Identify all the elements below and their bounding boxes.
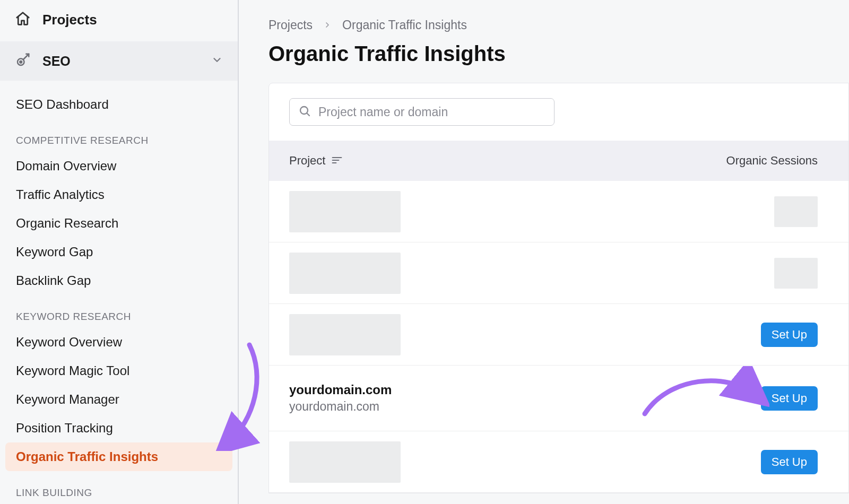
placeholder-block [289, 191, 401, 232]
placeholder-block [289, 314, 401, 355]
sidebar-section-seo[interactable]: SEO [0, 41, 238, 81]
search-icon [298, 105, 311, 119]
sidebar-group-keyword: KEYWORD RESEARCH [0, 295, 238, 328]
svg-point-1 [20, 61, 22, 63]
placeholder-block [774, 196, 818, 227]
sidebar-item-backlink-gap[interactable]: Backlink Gap [0, 266, 238, 295]
column-header-project[interactable]: Project [289, 154, 690, 168]
sidebar-item-organic-research[interactable]: Organic Research [0, 209, 238, 238]
placeholder-block [289, 441, 401, 483]
sidebar-group-competitive: COMPETITIVE RESEARCH [0, 119, 238, 152]
sidebar-item-keyword-manager[interactable]: Keyword Manager [0, 385, 238, 414]
table-row-yourdomain: yourdomain.com yourdomain.com Set Up [269, 366, 848, 431]
project-domain: yourdomain.com [289, 399, 690, 414]
svg-line-3 [307, 113, 309, 116]
home-icon [15, 11, 31, 29]
table-row [269, 242, 848, 304]
sidebar-item-traffic-analytics[interactable]: Traffic Analytics [0, 180, 238, 209]
sidebar-item-domain-overview[interactable]: Domain Overview [0, 152, 238, 180]
setup-button[interactable]: Set Up [761, 450, 818, 474]
sidebar-seo-label: SEO [42, 54, 200, 69]
table-row: Set Up [269, 431, 848, 493]
column-header-sessions[interactable]: Organic Sessions [690, 154, 828, 168]
sidebar-item-position-tracking[interactable]: Position Tracking [0, 414, 238, 442]
sidebar-item-organic-traffic-insights[interactable]: Organic Traffic Insights [5, 442, 232, 471]
project-name[interactable]: yourdomain.com [289, 383, 690, 397]
breadcrumb-root[interactable]: Projects [268, 18, 313, 32]
setup-button[interactable]: Set Up [761, 323, 818, 347]
search-input-wrap[interactable] [289, 98, 555, 126]
sidebar-item-keyword-overview[interactable]: Keyword Overview [0, 328, 238, 357]
breadcrumb: Projects Organic Traffic Insights [268, 18, 849, 32]
sidebar-item-keyword-magic-tool[interactable]: Keyword Magic Tool [0, 357, 238, 385]
sidebar-group-link: LINK BUILDING [0, 471, 238, 504]
chevron-down-icon [211, 54, 223, 68]
breadcrumb-current: Organic Traffic Insights [342, 18, 467, 32]
column-header-project-label: Project [289, 154, 325, 168]
sidebar-item-keyword-gap[interactable]: Keyword Gap [0, 238, 238, 266]
sidebar: Projects SEO SEO Dashboard COMPETITIVE R… [0, 0, 239, 504]
setup-button[interactable]: Set Up [761, 386, 818, 411]
table-header: Project Organic Sessions [269, 141, 848, 181]
sidebar-item-projects[interactable]: Projects [0, 0, 238, 41]
sort-icon [332, 154, 342, 168]
page-title: Organic Traffic Insights [268, 42, 849, 66]
placeholder-block [774, 258, 818, 289]
sidebar-projects-label: Projects [42, 12, 97, 28]
projects-card: Project Organic Sessions Set Up [268, 83, 849, 493]
target-icon [15, 52, 31, 70]
chevron-right-icon [323, 18, 332, 32]
placeholder-block [289, 253, 401, 294]
main-content: Projects Organic Traffic Insights Organi… [239, 0, 849, 504]
table-row [269, 181, 848, 242]
search-input[interactable] [318, 105, 545, 119]
sidebar-item-seo-dashboard[interactable]: SEO Dashboard [0, 90, 238, 119]
table-row: Set Up [269, 304, 848, 366]
